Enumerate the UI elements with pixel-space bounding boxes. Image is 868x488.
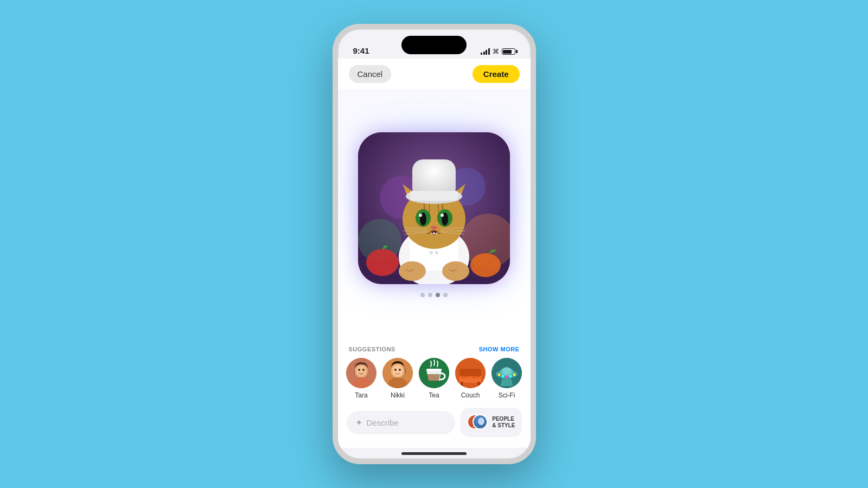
svg-point-34 (399, 261, 426, 281)
suggestion-tea-label: Tea (429, 391, 439, 399)
suggestion-tara-label: Tara (355, 391, 367, 399)
create-button[interactable]: Create (473, 65, 520, 83)
avatar-tea (419, 358, 449, 388)
svg-point-24 (441, 214, 444, 217)
svg-point-68 (478, 418, 484, 425)
svg-point-35 (442, 261, 469, 281)
suggestion-tara[interactable]: Tara (346, 358, 376, 399)
svg-point-6 (470, 253, 501, 277)
bottom-section: SUGGESTIONS SHOW MORE (338, 339, 531, 448)
svg-point-41 (362, 369, 365, 371)
suggestion-scifi[interactable]: Sci-Fi (492, 358, 522, 399)
image-area (338, 89, 531, 339)
cat-image[interactable] (358, 132, 510, 284)
dynamic-island (401, 36, 467, 54)
cancel-button[interactable]: Cancel (349, 65, 392, 83)
nav-bar: Cancel Create (338, 59, 531, 89)
sparkle-icon: ✦ (355, 418, 362, 428)
suggestion-nikki[interactable]: Nikki (382, 358, 413, 399)
describe-placeholder: Describe (367, 418, 399, 427)
avatar-tara (346, 358, 376, 388)
svg-point-46 (394, 369, 397, 371)
image-wrapper (358, 132, 510, 284)
svg-point-23 (419, 214, 422, 217)
people-style-label-line1: PEOPLE (492, 416, 514, 422)
home-bar (401, 452, 467, 455)
avatar-scifi (492, 358, 522, 388)
svg-rect-56 (477, 382, 480, 386)
suggestions-row: Tara (338, 358, 531, 408)
suggestions-header: SUGGESTIONS SHOW MORE (338, 339, 531, 358)
home-indicator (338, 448, 531, 459)
svg-point-40 (358, 369, 360, 371)
wifi-icon: ⌘ (493, 48, 499, 55)
svg-point-69 (476, 425, 487, 429)
suggestion-couch[interactable]: Couch (455, 358, 486, 399)
svg-point-45 (393, 365, 403, 376)
phone-frame: 9:41 ⌘ Cancel Create (333, 24, 536, 464)
people-style-button[interactable]: PEOPLE & STYLE (461, 408, 521, 437)
status-icons: ⌘ (481, 48, 515, 55)
svg-rect-54 (459, 369, 481, 376)
svg-point-62 (502, 375, 505, 378)
cat-svg (358, 132, 510, 284)
status-time: 9:41 (353, 46, 369, 55)
svg-rect-33 (410, 191, 458, 201)
signal-icon (481, 48, 490, 55)
svg-point-60 (502, 367, 511, 375)
svg-point-39 (356, 365, 366, 376)
svg-rect-55 (461, 382, 463, 386)
describe-input[interactable]: ✦ Describe (347, 411, 456, 434)
svg-point-65 (513, 374, 516, 376)
svg-point-11 (430, 251, 433, 254)
suggestion-nikki-label: Nikki (391, 391, 405, 399)
suggestion-scifi-label: Sci-Fi (499, 391, 515, 399)
svg-rect-49 (426, 369, 442, 371)
svg-point-12 (435, 251, 438, 254)
svg-point-61 (498, 374, 501, 376)
bottom-toolbar: ✦ Describe (338, 408, 531, 437)
battery-icon (502, 48, 515, 55)
avatar-nikki (382, 358, 413, 388)
svg-point-5 (366, 249, 399, 276)
suggestion-couch-label: Couch (461, 391, 480, 399)
suggestions-label: SUGGESTIONS (349, 346, 395, 352)
show-more-button[interactable]: SHOW MORE (479, 346, 520, 352)
cat-scene (358, 132, 510, 284)
avatar-couch (455, 358, 486, 388)
svg-point-47 (399, 369, 401, 371)
svg-point-63 (506, 376, 508, 378)
svg-point-64 (509, 375, 512, 378)
people-style-label-line2: & STYLE (492, 422, 515, 429)
suggestion-tea[interactable]: Tea (419, 358, 449, 399)
main-content: Cancel Create (338, 59, 531, 448)
